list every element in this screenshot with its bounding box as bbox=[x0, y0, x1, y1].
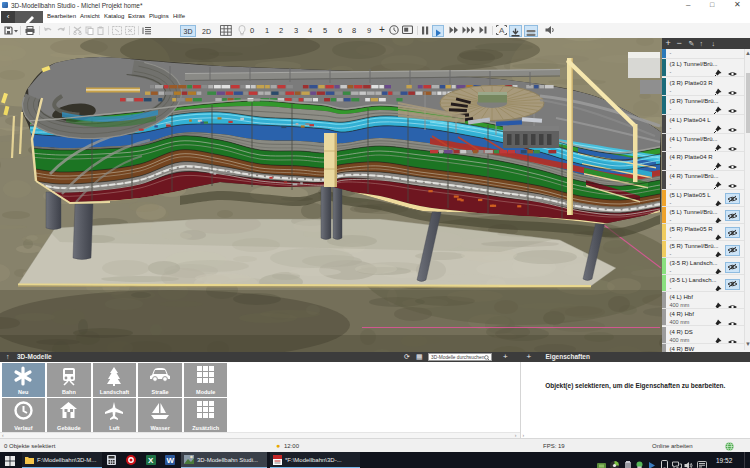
svg-text:X: X bbox=[148, 456, 154, 465]
svg-text:A: A bbox=[499, 26, 505, 35]
svg-text:W: W bbox=[167, 456, 175, 465]
